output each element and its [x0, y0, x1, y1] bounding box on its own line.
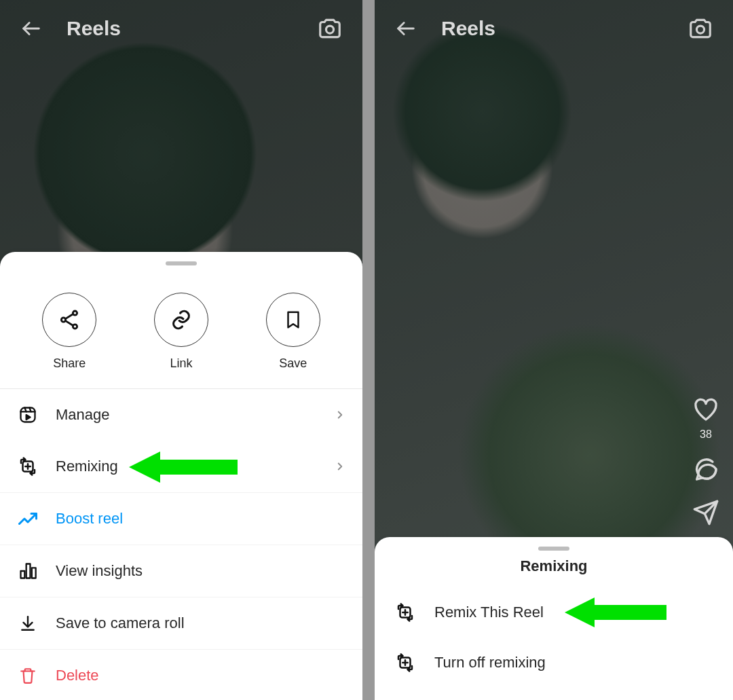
- sheet-title: Remixing: [375, 557, 733, 575]
- camera-button[interactable]: [684, 12, 717, 45]
- send-button[interactable]: [691, 498, 721, 528]
- svg-rect-16: [21, 571, 25, 578]
- remixing-row[interactable]: Remixing: [0, 441, 362, 492]
- share-circle: [42, 293, 96, 347]
- link-action[interactable]: Link: [154, 293, 208, 371]
- link-circle: [154, 293, 208, 347]
- back-button[interactable]: [16, 14, 46, 43]
- manage-label: Manage: [56, 406, 110, 424]
- likes-count: 38: [700, 428, 712, 441]
- view-insights-label: View insights: [56, 562, 143, 580]
- comment-icon: [692, 456, 719, 483]
- remix-icon: [16, 455, 39, 478]
- svg-marker-28: [565, 597, 666, 627]
- share-icon: [58, 308, 81, 331]
- top-bar: Reels: [0, 0, 362, 57]
- sheet-handle[interactable]: [538, 547, 569, 551]
- insights-icon: [16, 559, 39, 583]
- send-icon: [692, 499, 719, 526]
- remix-this-reel-label: Remix This Reel: [434, 604, 544, 621]
- turn-off-remixing-label: Turn off remixing: [434, 654, 546, 671]
- save-circle: [266, 293, 320, 347]
- reels-icon: [18, 405, 37, 424]
- svg-point-22: [696, 26, 704, 33]
- save-camera-roll-row[interactable]: Save to camera roll: [0, 597, 362, 649]
- svg-rect-17: [26, 564, 31, 578]
- manage-row[interactable]: Manage: [0, 389, 362, 441]
- link-icon: [170, 308, 193, 331]
- annotation-arrow-icon: [129, 452, 238, 483]
- save-label: Save: [279, 356, 307, 371]
- share-label: Share: [53, 356, 86, 371]
- like-button[interactable]: [691, 394, 721, 424]
- boost-reel-label: Boost reel: [56, 510, 123, 528]
- bookmark-icon: [283, 308, 303, 331]
- delete-row[interactable]: Delete: [0, 650, 362, 700]
- quick-actions-row: Share Link Save: [0, 272, 362, 388]
- remixing-sheet: Remixing Remix This Reel Turn off remixi…: [375, 537, 733, 700]
- svg-line-6: [66, 320, 73, 325]
- trend-up-icon: [18, 510, 38, 528]
- remix-icon: [394, 601, 417, 624]
- delete-label: Delete: [56, 667, 99, 684]
- camera-icon: [688, 16, 713, 41]
- manage-icon: [16, 403, 39, 426]
- svg-rect-7: [21, 408, 35, 422]
- svg-marker-11: [26, 415, 31, 420]
- engagement-column: 38: [691, 394, 721, 528]
- chevron-right-icon: [334, 460, 346, 473]
- back-button[interactable]: [391, 14, 421, 43]
- svg-rect-18: [32, 568, 36, 578]
- page-title: Reels: [441, 17, 495, 40]
- trash-icon: [19, 666, 37, 685]
- link-label: Link: [170, 356, 192, 371]
- remixing-label: Remixing: [56, 458, 118, 475]
- remix-this-reel-row[interactable]: Remix This Reel: [375, 587, 733, 638]
- phone-screenshot-left: Reels Share Link Sa: [0, 0, 362, 700]
- camera-button[interactable]: [314, 12, 346, 45]
- turn-off-remixing-row[interactable]: Turn off remixing: [375, 638, 733, 688]
- top-bar: Reels: [375, 0, 733, 57]
- save-action[interactable]: Save: [266, 293, 320, 371]
- svg-marker-15: [129, 452, 238, 483]
- boost-icon: [16, 507, 39, 530]
- page-title: Reels: [67, 17, 121, 40]
- like-group: 38: [691, 394, 721, 441]
- comment-button[interactable]: [691, 454, 721, 484]
- heart-icon: [692, 396, 719, 423]
- svg-point-1: [326, 26, 333, 33]
- annotation-arrow-icon: [565, 597, 666, 627]
- phone-screenshot-right: Reels 38 Remixing Remix This Reel: [375, 0, 733, 700]
- back-arrow-icon: [20, 17, 43, 40]
- remix-icon: [394, 651, 417, 674]
- sheet-handle[interactable]: [166, 261, 197, 265]
- view-insights-row[interactable]: View insights: [0, 545, 362, 597]
- back-arrow-icon: [394, 17, 417, 40]
- download-icon: [16, 612, 39, 635]
- camera-icon: [317, 16, 343, 41]
- options-sheet: Share Link Save Manage: [0, 252, 362, 700]
- chevron-right-icon: [334, 409, 346, 421]
- svg-line-5: [66, 314, 73, 319]
- save-camera-roll-label: Save to camera roll: [56, 614, 185, 632]
- bar-chart-icon: [18, 561, 37, 581]
- share-action[interactable]: Share: [42, 293, 96, 371]
- delete-icon: [16, 664, 39, 687]
- boost-reel-row[interactable]: Boost reel: [0, 493, 362, 545]
